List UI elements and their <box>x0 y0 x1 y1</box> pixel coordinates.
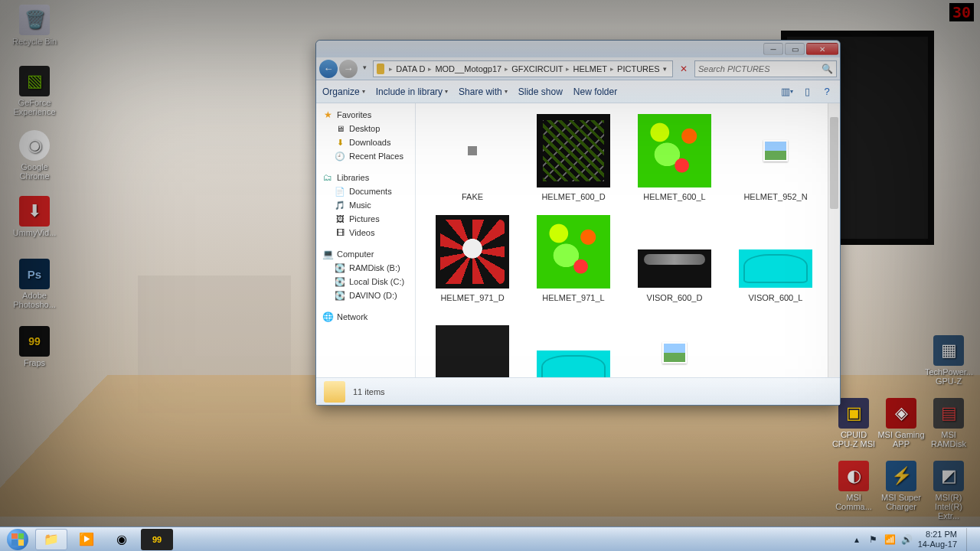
view-options-button[interactable]: ▥ ▾ <box>780 85 794 99</box>
file-item[interactable]: HELMET_952_N <box>725 109 826 204</box>
desktop-icon-gpuz[interactable]: ▦TechPower... GPU-Z <box>925 335 972 386</box>
preview-pane-button[interactable]: ▯ <box>800 85 814 99</box>
help-button[interactable]: ? <box>820 85 834 99</box>
desktop-icon-msi-intel[interactable]: ◩MSI(R) Intel(R) Extr... <box>925 461 972 520</box>
desktop-icon-ummy[interactable]: ⬇UmmyVid... <box>11 196 58 237</box>
new-folder-button[interactable]: New folder <box>573 86 617 97</box>
taskbar-media-player[interactable]: ▶️ <box>70 529 103 550</box>
thumbnail <box>436 215 509 289</box>
tray-volume-icon[interactable]: 🔊 <box>901 533 913 546</box>
sidebar-item-pictures[interactable]: 🖼Pictures <box>316 212 415 226</box>
nav-sidebar: ★Favorites 🖥Desktop ⬇Downloads 🕘Recent P… <box>316 103 416 377</box>
share-with-button[interactable]: Share with▾ <box>459 86 508 97</box>
downloads-icon: ⬇ <box>335 137 345 148</box>
start-button[interactable] <box>3 528 32 551</box>
sidebar-item-videos[interactable]: 🎞Videos <box>316 226 415 240</box>
icon-label: CPUID CPU-Z MSI <box>832 430 875 448</box>
sidebar-libraries[interactable]: 🗂Libraries <box>316 171 415 184</box>
taskbar-fraps[interactable]: 99 <box>141 529 173 550</box>
breadcrumb[interactable]: PICTURES <box>616 64 662 73</box>
breadcrumb[interactable]: GFXCIRCUIT <box>510 64 564 73</box>
show-desktop-button[interactable] <box>966 528 974 551</box>
desktop-icon-msi-charger[interactable]: ⚡MSI Super Charger <box>877 461 925 511</box>
folder-icon <box>377 64 384 74</box>
sidebar-item-desktop[interactable]: 🖥Desktop <box>316 122 415 135</box>
thumbnail <box>537 215 610 289</box>
icon-label: Adobe Photosho... <box>13 291 56 309</box>
drive-icon: 💽 <box>335 276 345 287</box>
icon-label: Fraps <box>24 358 45 367</box>
breadcrumb[interactable]: DATA D <box>394 64 426 73</box>
scroll-thumb[interactable] <box>830 117 838 209</box>
desktop-icon-geforce[interactable]: ▧GeForce Experience <box>11 66 58 116</box>
sidebar-item-localdisk[interactable]: 💽Local Disk (C:) <box>316 275 415 289</box>
file-item[interactable] <box>422 311 523 377</box>
breadcrumb[interactable]: HELMET <box>571 64 609 73</box>
file-item[interactable]: HELMET_600_L <box>624 109 725 204</box>
desktop[interactable]: 30 🗑️Recycle Bin ▧GeForce Experience ◉Go… <box>0 0 980 551</box>
sidebar-item-davino[interactable]: 💽DAVINO (D:) <box>316 289 415 302</box>
desktop-icon-msi-command[interactable]: ◐MSI Comma... <box>830 461 877 511</box>
search-icon[interactable]: 🔍 <box>822 64 833 74</box>
file-item[interactable]: FAKE <box>422 109 523 204</box>
file-label: HELMET_600_D <box>541 192 605 201</box>
close-button[interactable]: ✕ <box>806 43 838 55</box>
icon-label: MSI(R) Intel(R) Extr... <box>935 493 962 520</box>
tray-action-center[interactable]: ⚑ <box>867 533 880 546</box>
desktop-icon-msi-ramdisk[interactable]: ▤MSI RAMDisk <box>925 398 972 448</box>
sidebar-item-ramdisk[interactable]: 💽RAMDisk (B:) <box>316 261 415 275</box>
breadcrumb-sep: ▸ <box>387 65 394 73</box>
thumbnail <box>638 114 711 187</box>
tray-network-icon[interactable]: 📶 <box>884 533 897 546</box>
sidebar-item-downloads[interactable]: ⬇Downloads <box>316 135 415 149</box>
desktop-icon-photoshop[interactable]: PsAdobe Photosho... <box>11 259 58 309</box>
file-item[interactable]: HELMET_600_D <box>523 109 624 204</box>
sidebar-network[interactable]: 🌐Network <box>316 310 415 324</box>
address-dropdown[interactable]: ▾ <box>662 61 669 77</box>
minimize-button[interactable]: ─ <box>763 43 783 55</box>
desktop-icon-recycle-bin[interactable]: 🗑️Recycle Bin <box>11 5 58 46</box>
search-input[interactable] <box>698 64 822 73</box>
icon-label: MSI Gaming APP <box>877 430 924 448</box>
sidebar-item-recent[interactable]: 🕘Recent Places <box>316 149 415 163</box>
desktop-icon-msi-gaming[interactable]: ◈MSI Gaming APP <box>877 398 925 448</box>
clock-date: 14-Aug-17 <box>918 540 957 549</box>
star-icon: ★ <box>322 109 333 120</box>
taskbar-clock[interactable]: 8:21 PM 14-Aug-17 <box>918 530 957 548</box>
file-item[interactable]: VISOR_600_L <box>725 210 826 305</box>
breadcrumb[interactable]: MOD__Motogp17 <box>433 64 503 73</box>
sidebar-item-documents[interactable]: 📄Documents <box>316 184 415 198</box>
maximize-button[interactable]: ▭ <box>785 43 805 55</box>
stop-refresh-button[interactable]: ✕ <box>676 61 691 77</box>
nav-history-dropdown[interactable]: ▾ <box>359 60 370 75</box>
thumbnail <box>436 325 509 377</box>
sidebar-item-music[interactable]: 🎵Music <box>316 198 415 212</box>
tray-show-hidden[interactable]: ▴ <box>851 533 863 546</box>
file-grid[interactable]: FAKE HELMET_600_D HELMET_600_L HELMET_95… <box>416 103 840 377</box>
sidebar-computer[interactable]: 💻Computer <box>316 247 415 261</box>
breadcrumb-sep: ▸ <box>503 65 510 73</box>
search-box[interactable]: 🔍 <box>694 60 837 77</box>
include-library-button[interactable]: Include in library▾ <box>376 86 448 97</box>
address-bar[interactable]: ▸ DATA D ▸ MOD__Motogp17 ▸ GFXCIRCUIT ▸ … <box>373 60 673 77</box>
forward-button[interactable]: → <box>339 60 358 78</box>
slideshow-button[interactable]: Slide show <box>518 86 563 97</box>
taskbar-chrome[interactable]: ◉ <box>106 529 138 550</box>
sidebar-favorites[interactable]: ★Favorites <box>316 108 415 122</box>
taskbar-explorer[interactable]: 📁 <box>35 529 67 550</box>
back-button[interactable]: ← <box>319 60 338 78</box>
titlebar[interactable]: ─ ▭ ✕ <box>316 41 840 57</box>
toolbar: Organize▾ Include in library▾ Share with… <box>316 80 840 103</box>
file-item[interactable]: HELMET_971_L <box>523 210 624 305</box>
desktop-icon-fraps[interactable]: 99Fraps <box>11 326 58 367</box>
file-item[interactable] <box>523 311 624 377</box>
organize-button[interactable]: Organize▾ <box>322 86 365 97</box>
file-label: HELMET_971_L <box>542 293 604 302</box>
scrollbar[interactable] <box>828 103 840 377</box>
desktop-icon-chrome[interactable]: ◉Google Chrome <box>11 130 58 181</box>
file-item[interactable]: HELMET_971_D <box>422 210 523 305</box>
file-item[interactable] <box>624 311 725 377</box>
computer-icon: 💻 <box>322 249 333 259</box>
documents-icon: 📄 <box>335 186 345 197</box>
file-item[interactable]: VISOR_600_D <box>624 210 725 305</box>
